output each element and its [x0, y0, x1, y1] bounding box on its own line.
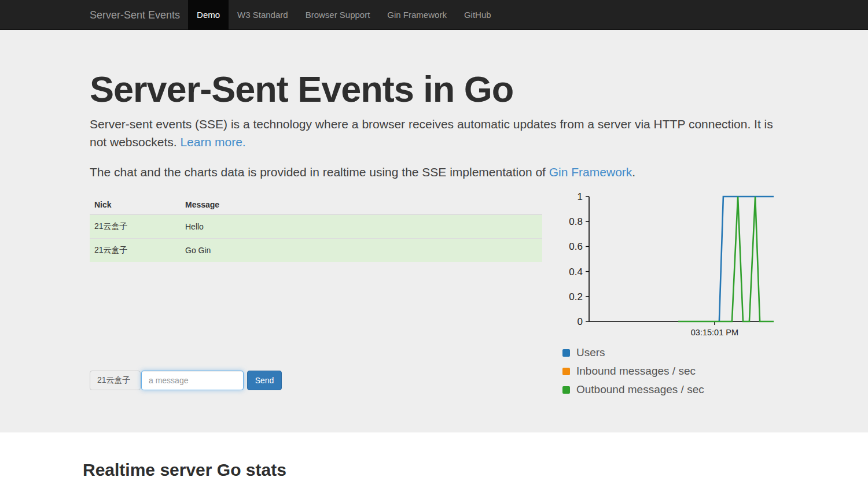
- svg-text:0.2: 0.2: [569, 291, 583, 302]
- users-legend-swatch-icon: [562, 349, 570, 357]
- chat-row-message: Go Gin: [181, 239, 542, 262]
- chart-panel: 00.20.40.60.8103:15:01 PM Users Inbound …: [556, 191, 778, 399]
- legend-label: Outbound messages / sec: [576, 383, 704, 396]
- chat-header-nick: Nick: [90, 195, 181, 214]
- outbound-legend-swatch-icon: [562, 386, 570, 394]
- nav-item-browser-support[interactable]: Browser Support: [297, 0, 379, 29]
- chart-legend: Users Inbound messages / sec Outbound me…: [556, 343, 778, 399]
- svg-text:0.8: 0.8: [569, 216, 583, 227]
- realtime-paragraph: The chat and the charts data is provided…: [90, 164, 778, 181]
- svg-text:0.4: 0.4: [569, 267, 583, 278]
- intro-paragraph: Server-sent events (SSE) is a technology…: [90, 116, 778, 151]
- chat-row-nick: 21云盒子: [90, 239, 181, 262]
- svg-text:1: 1: [578, 191, 583, 202]
- hero-section: Server-Sent Events in Go Server-sent eve…: [0, 30, 868, 432]
- inbound-legend-swatch-icon: [562, 368, 570, 375]
- message-input[interactable]: [141, 371, 244, 390]
- nav-item-github[interactable]: GitHub: [455, 0, 500, 29]
- chat-panel: Nick Message 21云盒子 Hello 21云盒子 Go Gin: [90, 195, 542, 390]
- chat-form: Send: [90, 371, 542, 390]
- stats-heading: Realtime server Go stats: [83, 460, 868, 480]
- chat-row-message: Hello: [181, 214, 542, 239]
- svg-text:0.6: 0.6: [569, 242, 583, 253]
- realtime-text: The chat and the charts data is provided…: [90, 165, 549, 179]
- top-navbar: Server-Sent Events Demo W3 Standard Brow…: [0, 0, 868, 30]
- nick-input[interactable]: [90, 371, 141, 390]
- chat-message-area: [90, 262, 542, 371]
- nav-item-w3-standard[interactable]: W3 Standard: [229, 0, 297, 29]
- chat-header-message: Message: [181, 195, 542, 214]
- svg-text:03:15:01 PM: 03:15:01 PM: [691, 328, 738, 337]
- chat-table: Nick Message 21云盒子 Hello 21云盒子 Go Gin: [90, 195, 542, 262]
- chat-row-nick: 21云盒子: [90, 214, 181, 239]
- legend-item-outbound: Outbound messages / sec: [562, 380, 778, 399]
- gin-framework-link[interactable]: Gin Framework: [549, 165, 632, 179]
- svg-text:0: 0: [578, 316, 583, 327]
- legend-item-users: Users: [562, 343, 778, 362]
- table-row: 21云盒子 Go Gin: [90, 239, 542, 262]
- navbar-brand[interactable]: Server-Sent Events: [90, 0, 180, 29]
- table-row: 21云盒子 Hello: [90, 214, 542, 239]
- realtime-line-chart: 00.20.40.60.8103:15:01 PM: [556, 191, 778, 339]
- page-title: Server-Sent Events in Go: [90, 69, 778, 109]
- legend-label: Inbound messages / sec: [576, 365, 696, 378]
- learn-more-link[interactable]: Learn more.: [180, 135, 245, 149]
- nav-item-demo[interactable]: Demo: [188, 0, 229, 29]
- legend-item-inbound: Inbound messages / sec: [562, 362, 778, 380]
- realtime-text-end: .: [632, 165, 635, 179]
- send-button[interactable]: Send: [247, 371, 282, 390]
- legend-label: Users: [576, 346, 605, 359]
- stats-section: Realtime server Go stats: [0, 432, 868, 481]
- nav-item-gin-framework[interactable]: Gin Framework: [378, 0, 455, 29]
